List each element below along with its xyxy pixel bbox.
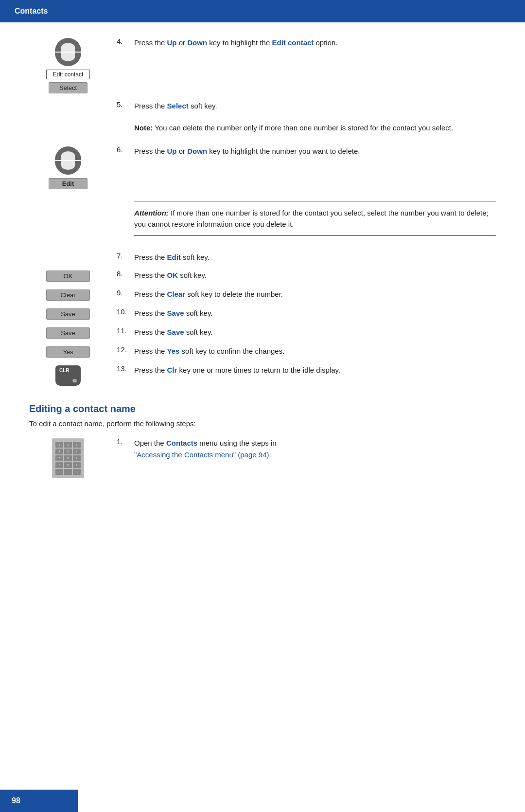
attention-icon-empty [29, 196, 107, 197]
key-6: 6 [73, 449, 81, 454]
down-key-label: Down [187, 38, 207, 47]
save-softkey-11: Save [46, 327, 90, 339]
accessing-contacts-link: "Accessing the Contacts menu" (page 94). [134, 451, 271, 459]
key-nav1 [55, 469, 63, 475]
contacts-menu-ref: Contacts [166, 439, 197, 447]
step-10-row: Save 10. Press the Save soft key. [29, 307, 496, 320]
arc-up-6 [55, 146, 81, 160]
ok-key-ref: OK [167, 271, 178, 279]
step-7-icon-empty [29, 252, 107, 253]
step-10-icon: Save [29, 307, 107, 320]
section2-heading: Editing a contact name [29, 403, 496, 415]
key-3: 3 [73, 442, 81, 448]
step-12-num: 12. [117, 345, 134, 354]
step-8-row: OK 8. Press the OK soft key. [29, 270, 496, 282]
page-number: 98 [12, 796, 20, 805]
key-2: 2 [64, 442, 72, 448]
ok-softkey: OK [46, 271, 90, 282]
key-5: 5 [64, 449, 72, 454]
step-4-row: Edit contact Select 4. Press the Up or D… [29, 37, 496, 93]
clear-softkey: Clear [46, 289, 90, 301]
nav-up-down-6 [55, 146, 81, 175]
step-11-num: 11. [117, 326, 134, 335]
up-key-label: Up [167, 38, 177, 47]
step-7-row: 7. Press the Edit soft key. [29, 252, 496, 263]
select-softkey: Select [49, 82, 88, 93]
step-7-desc: Press the Edit soft key. [134, 252, 496, 263]
step-9-desc: Press the Clear soft key to delete the n… [134, 289, 496, 300]
keypad-grid: 1 2 3 4 5 6 7 8 9 * 0 # [55, 442, 81, 475]
note-icon-empty [29, 118, 107, 119]
section2-step1-text: 1. Open the Contacts menu using the step… [117, 437, 496, 460]
step-5-icon [29, 100, 107, 101]
nav-select-widget: Edit contact Select [46, 38, 90, 93]
edit-key-7: Edit [167, 253, 181, 261]
attention-text-col: Attention: If more than one number is st… [117, 196, 496, 245]
section2-step1-desc: Open the Contacts menu using the steps i… [134, 437, 496, 460]
attention-row: Attention: If more than one number is st… [29, 196, 496, 245]
step-9-row: Clear 9. Press the Clear soft key to del… [29, 289, 496, 301]
step-5-desc: Press the Select soft key. [134, 100, 496, 111]
step-4-desc: Press the Up or Down key to highlight th… [134, 37, 496, 48]
section2-step1-num: 1. [117, 437, 134, 446]
step-5-row: 5. Press the Select soft key. [29, 100, 496, 111]
step-12-desc: Press the Yes soft key to confirm the ch… [134, 345, 496, 357]
step-10-text: 10. Press the Save soft key. [117, 307, 496, 319]
step-13-text: 13. Press the Clr key one or more times … [117, 364, 496, 376]
attention-label: Attention: [134, 209, 169, 217]
key-9: 9 [73, 455, 81, 461]
key-nav2 [64, 469, 72, 475]
key-nav3 [73, 469, 81, 475]
main-content: Edit contact Select 4. Press the Up or D… [0, 22, 525, 500]
edit-softkey: Edit [49, 178, 88, 189]
select-key-ref: Select [167, 102, 189, 110]
step-7-text: 7. Press the Edit soft key. [117, 252, 496, 263]
clr-key-text: CLR [59, 368, 70, 373]
section2-intro: To edit a contact name, perform the foll… [29, 419, 496, 428]
step-13-icon: CLR ☎ [29, 364, 107, 386]
step-6-icon: Edit [29, 145, 107, 189]
clr-key-shape: CLR ☎ [55, 365, 81, 386]
nav-edit-widget: Edit [49, 146, 88, 189]
step-8-text: 8. Press the OK soft key. [117, 270, 496, 281]
step-5-text: 5. Press the Select soft key. [117, 100, 496, 111]
step-13-num: 13. [117, 364, 134, 373]
step-9-icon: Clear [29, 289, 107, 301]
key-hash: # [73, 462, 81, 468]
step-11-row: Save 11. Press the Save soft key. [29, 326, 496, 339]
step-5-num: 5. [117, 100, 134, 108]
yes-key-ref: Yes [167, 347, 180, 355]
step-8-desc: Press the OK soft key. [134, 270, 496, 281]
header-title: Contacts [15, 7, 48, 15]
step-4-num: 4. [117, 37, 134, 45]
note-row: Note: You can delete the number only if … [29, 118, 496, 138]
nav-up-icon [55, 38, 81, 66]
arc-down-shape [55, 53, 81, 66]
step-9-num: 9. [117, 289, 134, 297]
clr-key-sub: ☎ [72, 379, 77, 383]
key-star: * [55, 462, 63, 468]
step-13-row: CLR ☎ 13. Press the Clr key one or more … [29, 364, 496, 386]
note-label: Note: [134, 124, 153, 132]
keypad-icon: 1 2 3 4 5 6 7 8 9 * 0 # [52, 438, 84, 478]
step-8-icon: OK [29, 270, 107, 282]
step-12-icon: Yes [29, 345, 107, 358]
edit-contact-link: Edit contact [272, 38, 314, 47]
note-text: Note: You can delete the number only if … [117, 118, 496, 138]
step-7-num: 7. [117, 252, 134, 260]
note-desc: Note: You can delete the number only if … [134, 122, 496, 133]
save-softkey-10: Save [46, 308, 90, 320]
step-11-text: 11. Press the Save soft key. [117, 326, 496, 338]
edit-contact-label: Edit contact [46, 70, 90, 79]
step-4-icon: Edit contact Select [29, 37, 107, 93]
step-6-row: Edit 6. Press the Up or Down key to high… [29, 145, 496, 189]
step-11-icon: Save [29, 326, 107, 339]
footer: 98 [0, 790, 78, 812]
key-0: 0 [64, 462, 72, 468]
key-4: 4 [55, 449, 63, 454]
step-6-num: 6. [117, 145, 134, 154]
step-4-text: 4. Press the Up or Down key to highlight… [117, 37, 496, 48]
up-key-6: Up [167, 147, 177, 155]
step-8-num: 8. [117, 270, 134, 278]
step-12-text: 12. Press the Yes soft key to confirm th… [117, 345, 496, 357]
